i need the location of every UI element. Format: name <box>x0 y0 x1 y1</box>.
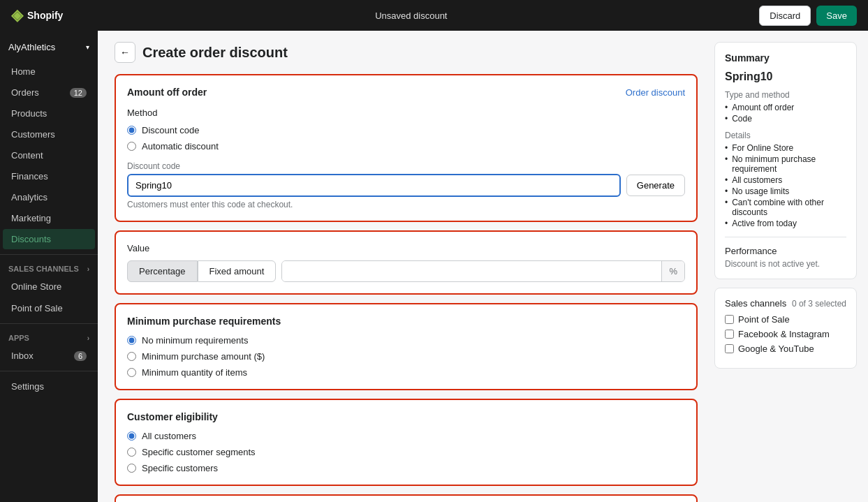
fixed-amount-tab[interactable]: Fixed amount <box>198 260 277 282</box>
summary-title: Summary <box>725 52 846 64</box>
sidebar-item-online-store[interactable]: Online Store <box>3 276 95 297</box>
radio-specific-customers-input[interactable] <box>127 464 136 473</box>
radio-specific-customers[interactable]: Specific customers <box>127 463 685 473</box>
sales-channels-header: Sales channels 0 of 3 selected <box>725 298 846 309</box>
back-button[interactable]: ← <box>115 42 135 63</box>
radio-specific-segments-input[interactable] <box>127 448 136 457</box>
method-label: Method <box>127 108 685 118</box>
save-button[interactable]: Save <box>816 6 857 26</box>
radio-min-amount-input[interactable] <box>127 352 136 361</box>
sidebar-nav: Home Orders 12 Products Customers Conten… <box>0 61 98 250</box>
page-header: ← Create order discount <box>115 42 698 63</box>
radio-min-quantity-input[interactable] <box>127 368 136 377</box>
bullet-no-min: • No minimum purchase requirement <box>725 154 846 174</box>
sales-channels-card: Sales channels 0 of 3 selected Point of … <box>714 288 857 369</box>
bullet-amount-off-order: • Amount off order <box>725 103 846 112</box>
sidebar-item-content[interactable]: Content <box>3 145 95 165</box>
value-input[interactable] <box>282 261 661 281</box>
discount-code-label: Discount code <box>127 161 685 171</box>
sidebar-item-marketing[interactable]: Marketing <box>3 208 95 228</box>
minimum-purchase-card: Minimum purchase requirements No minimum… <box>115 303 698 390</box>
value-input-wrap: % <box>281 260 685 282</box>
sidebar-divider-2 <box>0 323 98 324</box>
radio-all-customers[interactable]: All customers <box>127 431 685 441</box>
discount-code-section: Discount code Generate Customers must en… <box>127 161 685 209</box>
value-card: Value Percentage Fixed amount % <box>115 230 698 295</box>
radio-min-quantity[interactable]: Minimum quantity of items <box>127 367 685 378</box>
channel-pos[interactable]: Point of Sale <box>725 314 846 325</box>
sidebar-divider <box>0 254 98 255</box>
details-label: Details <box>725 131 846 140</box>
customer-eligibility-title: Customer eligibility <box>127 411 685 422</box>
radio-specific-segments[interactable]: Specific customer segments <box>127 447 685 457</box>
summary-type-method: Type and method • Amount off order • Cod… <box>725 90 846 124</box>
summary-divider <box>725 237 846 237</box>
channel-pos-checkbox[interactable] <box>725 315 734 324</box>
app-body: AlyAthletics ▾ Home Orders 12 Products C… <box>0 31 868 502</box>
minimum-purchase-title: Minimum purchase requirements <box>127 316 685 327</box>
bullet-code: • Code <box>725 114 846 124</box>
topbar: ◈ shopify Unsaved discount Discard Save <box>0 0 868 31</box>
sidebar-item-analytics[interactable]: Analytics <box>3 187 95 207</box>
card-header: Amount off order Order discount <box>127 87 685 98</box>
discount-code-input[interactable] <box>127 174 621 197</box>
sidebar-item-discounts[interactable]: Discounts <box>3 229 95 249</box>
maximum-uses-card: Maximum discount uses Limit number of ti… <box>115 494 698 502</box>
chevron-down-icon: ▾ <box>86 43 89 51</box>
radio-discount-code-input[interactable] <box>127 126 136 135</box>
performance-section: Performance Discount is not active yet. <box>725 246 846 269</box>
radio-min-amount[interactable]: Minimum purchase amount ($) <box>127 351 685 362</box>
summary-details: Details • For Online Store • No minimum … <box>725 131 846 228</box>
sidebar-item-home[interactable]: Home <box>3 61 95 82</box>
sidebar-item-settings[interactable]: Settings <box>3 376 95 397</box>
bullet-online-store: • For Online Store <box>725 143 846 153</box>
page-title: Create order discount <box>142 45 288 61</box>
orders-badge: 12 <box>70 88 87 98</box>
generate-button[interactable]: Generate <box>626 175 685 196</box>
inbox-badge: 6 <box>74 351 87 361</box>
percentage-tab[interactable]: Percentage <box>127 260 198 282</box>
method-radio-group: Discount code Automatic discount <box>127 125 685 152</box>
shopify-logo: ◈ shopify <box>11 6 63 24</box>
sales-channels-section-label[interactable]: Sales channels › <box>0 259 98 276</box>
radio-no-minimum-input[interactable] <box>127 336 136 345</box>
method-section: Method Discount code Automatic discount <box>127 108 685 152</box>
topbar-actions: Discard Save <box>759 6 857 26</box>
discard-button[interactable]: Discard <box>759 6 811 26</box>
store-selector[interactable]: AlyAthletics ▾ <box>0 36 98 58</box>
chevron-right-icon-apps: › <box>87 334 89 342</box>
bullet-cant-combine: • Can't combine with other discounts <box>725 198 846 217</box>
sidebar-item-finances[interactable]: Finances <box>3 166 95 186</box>
channel-google-yt-checkbox[interactable] <box>725 344 734 353</box>
type-method-label: Type and method <box>725 90 846 100</box>
main-content: ← Create order discount Amount off order… <box>98 31 714 502</box>
channel-google-yt[interactable]: Google & YouTube <box>725 344 846 354</box>
radio-all-customers-input[interactable] <box>127 431 136 441</box>
summary-card: Summary Spring10 Type and method • Amoun… <box>714 42 857 279</box>
radio-discount-code[interactable]: Discount code <box>127 125 685 135</box>
amount-off-order-card: Amount off order Order discount Method D… <box>115 74 698 222</box>
sidebar-item-inbox[interactable]: Inbox 6 <box>3 346 95 366</box>
order-discount-link[interactable]: Order discount <box>626 87 685 98</box>
value-row: Percentage Fixed amount % <box>127 260 685 282</box>
sidebar-item-orders[interactable]: Orders 12 <box>3 82 95 103</box>
apps-section-label[interactable]: Apps › <box>0 328 98 345</box>
sidebar-item-point-of-sale[interactable]: Point of Sale <box>3 298 95 318</box>
sidebar-item-customers[interactable]: Customers <box>3 124 95 145</box>
radio-automatic-discount[interactable]: Automatic discount <box>127 141 685 152</box>
sidebar-divider-3 <box>0 371 98 371</box>
channel-fb-ig-checkbox[interactable] <box>725 330 734 339</box>
amount-off-order-title: Amount off order <box>127 87 207 98</box>
customer-eligibility-card: Customer eligibility All customers Speci… <box>115 399 698 486</box>
store-name: AlyAthletics <box>8 42 55 52</box>
performance-label: Performance <box>725 246 846 256</box>
summary-discount-name: Spring10 <box>725 71 846 83</box>
bullet-no-usage-limits: • No usage limits <box>725 186 846 196</box>
channel-fb-ig[interactable]: Facebook & Instagram <box>725 329 846 339</box>
summary-panel: Summary Spring10 Type and method • Amoun… <box>714 31 868 502</box>
radio-no-minimum[interactable]: No minimum requirements <box>127 335 685 346</box>
discount-code-hint: Customers must enter this code at checko… <box>127 200 685 209</box>
radio-automatic-discount-input[interactable] <box>127 142 136 151</box>
sidebar-item-products[interactable]: Products <box>3 103 95 124</box>
sales-channels-title: Sales channels <box>725 298 786 309</box>
